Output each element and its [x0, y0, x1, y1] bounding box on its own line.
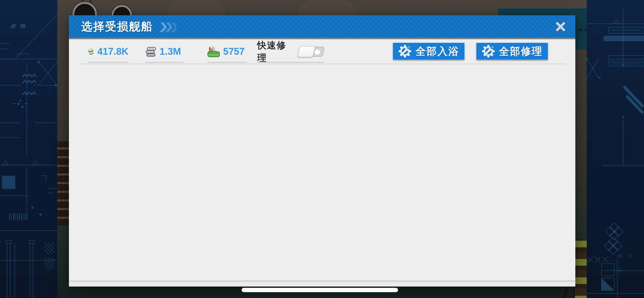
- coin-stack-icon: [145, 46, 156, 57]
- screen: 选择受损舰船: [0, 0, 644, 298]
- quick-repair-group: 快速修理: [257, 41, 324, 63]
- toggle-off-dot: [314, 49, 320, 55]
- coin-counter: 1.3M: [145, 41, 183, 63]
- circuit-pattern-left: [0, 0, 57, 298]
- bathe-all-button[interactable]: 全部入浴: [393, 43, 464, 60]
- toolbox-icon: [207, 46, 220, 58]
- coin-value: 1.3M: [159, 46, 181, 57]
- shelf-ladder: [574, 241, 588, 298]
- oil-barrel-icon: [88, 45, 94, 58]
- repair-kit-value: 5757: [223, 46, 245, 57]
- dialog-header: 选择受损舰船: [69, 15, 575, 39]
- damaged-ship-list-area: [69, 64, 575, 280]
- gear-wrench-icon: [482, 45, 495, 58]
- repair-all-label: 全部修理: [499, 44, 543, 58]
- home-indicator[interactable]: [242, 288, 398, 292]
- panel-dash: [579, 29, 582, 31]
- background-building: [57, 141, 70, 225]
- dialog-footer: [69, 282, 575, 287]
- oil-value: 417.8K: [97, 46, 128, 57]
- repair-all-button[interactable]: 全部修理: [476, 43, 548, 60]
- bathe-all-label: 全部入浴: [416, 44, 459, 58]
- repair-kit-counter: 5757: [207, 41, 247, 63]
- arch-decoration: [298, 0, 356, 16]
- title-chevrons-icon: [159, 22, 176, 32]
- quick-repair-label: 快速修理: [257, 39, 294, 64]
- dialog-title: 选择受损舰船: [81, 19, 153, 34]
- arch-decoration: [167, 0, 225, 16]
- dialog-toolbar: 417.8K 1.3M: [69, 41, 575, 64]
- quick-repair-toggle[interactable]: [298, 47, 325, 57]
- circuit-pattern-right: [587, 0, 644, 298]
- close-button[interactable]: [552, 18, 569, 35]
- gear-wrench-icon: [398, 45, 412, 58]
- select-damaged-ships-dialog: 选择受损舰船: [69, 15, 575, 287]
- oil-counter: 417.8K: [88, 41, 128, 63]
- toggle-knob: [297, 46, 315, 57]
